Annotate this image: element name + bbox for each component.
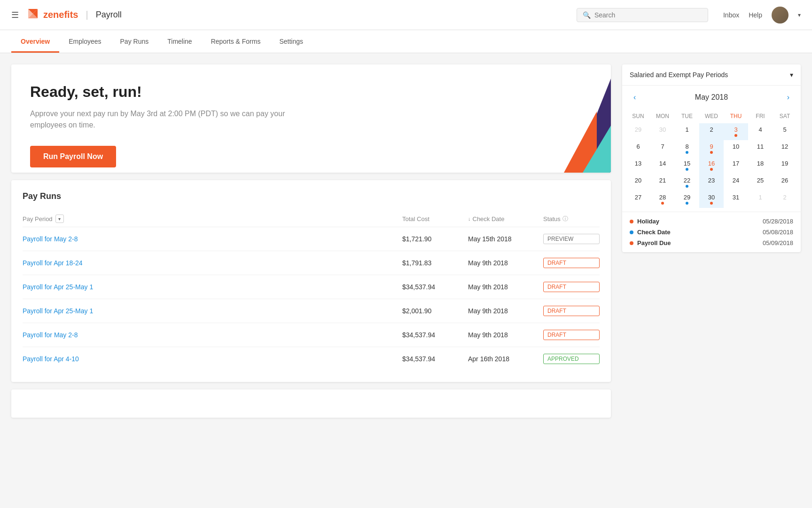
legend-item: Payroll Due 05/09/2018 — [630, 239, 793, 246]
calendar-day[interactable]: 25 — [748, 174, 773, 191]
day-sun: SUN — [626, 111, 650, 121]
pay-period-link[interactable]: Payroll for Apr 18-24 — [23, 259, 402, 267]
calendar-day[interactable]: 22 — [675, 174, 699, 191]
calendar-day[interactable]: 28 — [650, 191, 675, 208]
calendar-day[interactable]: 12 — [773, 140, 797, 157]
calendar-day[interactable]: 11 — [748, 140, 773, 157]
calendar-day[interactable]: 16 — [699, 157, 724, 174]
calendar-day[interactable]: 30 — [650, 123, 675, 140]
day-number: 5 — [783, 126, 786, 133]
calendar-day[interactable]: 29 — [675, 191, 699, 208]
calendar-day[interactable]: 15 — [675, 157, 699, 174]
calendar-day[interactable]: 2 — [699, 123, 724, 140]
calendar-day[interactable]: 4 — [748, 123, 773, 140]
calendar-day[interactable]: 8 — [675, 140, 699, 157]
avatar[interactable] — [772, 7, 789, 24]
calendar-day[interactable]: 21 — [650, 174, 675, 191]
col-total-cost: Total Cost — [402, 215, 468, 222]
calendar-day[interactable]: 18 — [748, 157, 773, 174]
day-number: 21 — [659, 177, 666, 184]
pay-period-label: Pay Period — [23, 215, 53, 222]
calendar-day[interactable]: 26 — [773, 174, 797, 191]
help-link[interactable]: Help — [749, 11, 762, 19]
legend-label: Check Date — [637, 229, 671, 236]
calendar-day[interactable]: 14 — [650, 157, 675, 174]
calendar-days-header: SUN MON TUE WED THU FRI SAT — [626, 109, 797, 123]
calendar-day[interactable]: 1 — [675, 123, 699, 140]
status-badge: DRAFT — [543, 258, 600, 268]
day-number: 13 — [635, 160, 641, 167]
calendar-dropdown-label: Salaried and Exempt Pay Periods — [630, 71, 728, 79]
calendar-dropdown[interactable]: Salaried and Exempt Pay Periods ▾ — [622, 64, 801, 86]
calendar-day[interactable]: 3 — [724, 123, 748, 140]
day-number: 30 — [708, 194, 715, 201]
pay-runs-title: Pay Runs — [23, 191, 600, 201]
status-badge: DRAFT — [543, 330, 600, 340]
calendar-day[interactable]: 29 — [626, 123, 650, 140]
filter-icon[interactable]: ▾ — [55, 214, 64, 223]
calendar-day[interactable]: 10 — [724, 140, 748, 157]
day-number: 9 — [710, 143, 713, 150]
pay-period-link[interactable]: Payroll for Apr 25-May 1 — [23, 283, 402, 291]
status-info-icon[interactable]: ⓘ — [562, 215, 568, 223]
calendar-day[interactable]: 30 — [699, 191, 724, 208]
day-number: 14 — [659, 160, 666, 167]
legend-dot — [630, 220, 633, 223]
status-badge: APPROVED — [543, 354, 600, 364]
calendar-day[interactable]: 2 — [773, 191, 797, 208]
blue-dot — [686, 168, 688, 171]
day-sat: SAT — [773, 111, 797, 121]
inbox-link[interactable]: Inbox — [723, 11, 739, 19]
calendar-day[interactable]: 9 — [699, 140, 724, 157]
calendar-day[interactable]: 20 — [626, 174, 650, 191]
tab-overview[interactable]: Overview — [11, 30, 59, 53]
day-number: 31 — [733, 194, 739, 201]
calendar-day[interactable]: 17 — [724, 157, 748, 174]
calendar-day[interactable]: 31 — [724, 191, 748, 208]
legend-item: Holiday 05/28/2018 — [630, 218, 793, 225]
calendar-day[interactable]: 13 — [626, 157, 650, 174]
menu-icon[interactable]: ☰ — [11, 10, 19, 20]
calendar-day[interactable]: 27 — [626, 191, 650, 208]
user-menu-chevron[interactable]: ▾ — [798, 12, 801, 18]
calendar-day[interactable]: 24 — [724, 174, 748, 191]
calendar-day[interactable]: 7 — [650, 140, 675, 157]
tab-employees[interactable]: Employees — [59, 30, 110, 53]
col-check-date[interactable]: ↓ Check Date — [468, 215, 543, 222]
calendar-day[interactable]: 1 — [748, 191, 773, 208]
calendar-day[interactable]: 19 — [773, 157, 797, 174]
tab-settings[interactable]: Settings — [270, 30, 312, 53]
pay-period-link[interactable]: Payroll for Apr 4-10 — [23, 355, 402, 363]
search-input[interactable] — [594, 11, 702, 19]
legend-item: Check Date 05/08/2018 — [630, 229, 793, 236]
red-dot — [710, 202, 713, 205]
blue-dot — [686, 185, 688, 188]
day-number: 2 — [783, 194, 786, 201]
tab-timeline[interactable]: Timeline — [158, 30, 201, 53]
header-nav: Inbox Help ▾ — [723, 7, 801, 24]
calendar-next-button[interactable]: › — [783, 91, 793, 103]
legend-left: Holiday — [630, 218, 659, 225]
day-number: 22 — [684, 177, 690, 184]
calendar-prev-button[interactable]: ‹ — [630, 91, 640, 103]
calendar-week: 20212223242526 — [626, 174, 797, 191]
calendar-day[interactable]: 6 — [626, 140, 650, 157]
day-number: 23 — [708, 177, 715, 184]
pay-period-link[interactable]: Payroll for Apr 25-May 1 — [23, 307, 402, 315]
day-number: 27 — [635, 194, 641, 201]
status-label: Status — [543, 215, 561, 222]
tab-pay-runs[interactable]: Pay Runs — [111, 30, 158, 53]
tab-reports-forms[interactable]: Reports & Forms — [202, 30, 270, 53]
calendar-day[interactable]: 5 — [773, 123, 797, 140]
search-box[interactable]: 🔍 — [577, 8, 708, 22]
day-number: 16 — [708, 160, 715, 167]
calendar-day[interactable]: 23 — [699, 174, 724, 191]
check-date: May 15th 2018 — [468, 235, 543, 243]
legend-label: Holiday — [637, 218, 659, 225]
legend-date: 05/28/2018 — [763, 218, 793, 225]
pay-period-link[interactable]: Payroll for May 2-8 — [23, 331, 402, 339]
legend-dot — [630, 230, 633, 234]
hero-card: Ready, set, run! Approve your next pay r… — [11, 64, 611, 173]
pay-period-link[interactable]: Payroll for May 2-8 — [23, 235, 402, 243]
run-payroll-button[interactable]: Run Payroll Now — [30, 146, 116, 167]
